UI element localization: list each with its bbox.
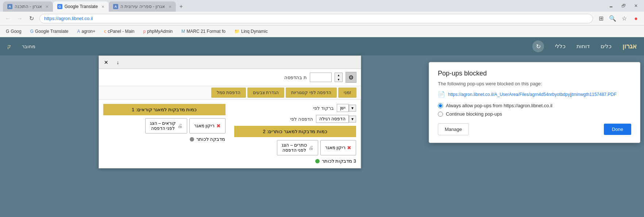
tab-label-3: אגרון - ספריה עירונית ה bbox=[120, 4, 165, 9]
gear-button[interactable]: ⚙ bbox=[346, 72, 356, 83]
nav-buttons: ← → ↻ bbox=[3, 13, 36, 24]
right-preview-button[interactable]: 🖨 קוראים – הצג לפני הדפסה bbox=[145, 118, 187, 133]
x-icon-right: ✖ bbox=[216, 123, 221, 129]
bookmark-label-6: MARC 21 Format fo bbox=[186, 29, 225, 34]
search-icon[interactable]: 🔍 bbox=[608, 13, 618, 24]
document-icon: 📄 bbox=[438, 91, 445, 98]
bookmark-cpanel[interactable]: c cPanel - Main bbox=[101, 28, 137, 35]
radio-block[interactable]: Continue blocking pop-ups bbox=[438, 111, 631, 117]
tab-agron-content[interactable]: A אגרון - התוכנה ✕ bbox=[3, 1, 53, 12]
tab-google-translate[interactable]: G Google Translate ✕ bbox=[53, 1, 109, 12]
back-button[interactable]: ← bbox=[3, 13, 13, 24]
bookmark-label-7: Linq Dynamic bbox=[241, 29, 268, 34]
right-preview-label: קוראים – הצג לפני הדפסה bbox=[150, 121, 176, 131]
bookmark-label-1: Goog bbox=[11, 29, 21, 34]
right-clear-label: ריקון מאגר bbox=[194, 123, 215, 128]
toolbar-icons: ⊞ 🔍 ☆ ● bbox=[596, 13, 641, 24]
tab-label-1: אגרון - התוכנה bbox=[15, 4, 42, 9]
popup-blocker-dialog: Pop-ups blocked The following pop-ups we… bbox=[429, 62, 640, 143]
done-button[interactable]: Done bbox=[604, 124, 631, 135]
radio-group: Always allow pop-ups from https://agron.… bbox=[438, 103, 631, 117]
tab-agron-library[interactable]: A אגרון - ספריה עירונית ה ✕ bbox=[109, 1, 176, 12]
left-panel: ▼ ישן ברקוד לפי ▼ הדפסה רגילה הדפסה לפי … bbox=[230, 100, 361, 168]
filter-select-1[interactable]: ▼ ישן bbox=[337, 104, 356, 112]
dialog-toolbar: ✕ ↓ bbox=[99, 56, 361, 69]
page-stepper[interactable]: ▲ ▼ bbox=[335, 73, 343, 82]
tab-close-2[interactable]: ✕ bbox=[101, 5, 104, 9]
new-tab-button[interactable]: + bbox=[176, 1, 186, 12]
dialog-close-button[interactable]: ✕ bbox=[102, 58, 111, 67]
bookmark-linq[interactable]: 📁 Linq Dynamic bbox=[231, 28, 271, 35]
radio-allow-label: Always allow pop-ups from https://agron.… bbox=[446, 103, 552, 108]
bookmark-favicon-3: A bbox=[77, 29, 80, 34]
bookmark-label-2: Google Translate bbox=[35, 29, 68, 34]
select-arrow-1[interactable]: ▼ bbox=[349, 105, 356, 112]
bookmark-label-4: cPanel - Main bbox=[108, 29, 134, 34]
bookmark-favicon-7: 📁 bbox=[234, 29, 240, 34]
bookmark-favicon-6: M bbox=[181, 29, 185, 34]
left-item-row: 3 מדבקות לכותר bbox=[234, 158, 356, 164]
radio-block-input[interactable] bbox=[438, 112, 443, 117]
tab-buttons-row: זמני הדפסה לפי קטגוריות הגדרת צבעים הדפס… bbox=[99, 86, 361, 100]
filter-label-1: ברקוד לפי bbox=[313, 105, 334, 111]
tab-btn-colors[interactable]: הגדרת צבעים bbox=[247, 88, 284, 98]
nav-item-reports[interactable]: דוחות bbox=[576, 43, 590, 50]
bookmark-phpmyadmin[interactable]: p phpMyAdmin bbox=[140, 28, 176, 35]
chrome-menu-icon[interactable]: ● bbox=[631, 13, 641, 24]
tab-favicon-2: G bbox=[57, 4, 62, 9]
right-item-row: מדבקה לכותר bbox=[103, 136, 225, 142]
tab-label-2: Google Translate bbox=[65, 4, 98, 9]
right-item-label: מדבקה לכותר bbox=[196, 136, 225, 142]
tab-close-1[interactable]: ✕ bbox=[46, 5, 49, 9]
print-dialog: ✕ ↓ ⚙ ▲ ▼ ת בהדפסה זמני הדפסה לפי קטגורי… bbox=[99, 55, 361, 168]
tab-btn-symbol[interactable]: הדפסת סמל bbox=[211, 88, 246, 98]
forward-button[interactable]: → bbox=[15, 13, 25, 24]
select-arrow-2[interactable]: ▼ bbox=[349, 116, 356, 123]
filter-select-2[interactable]: ▼ הדפסה רגילה bbox=[316, 115, 356, 123]
star-icon[interactable]: ☆ bbox=[619, 13, 629, 24]
left-clear-label: ריקון מאגר bbox=[325, 145, 346, 150]
breadcrumb-label: מחובר bbox=[22, 44, 35, 49]
close-button[interactable]: ✕ bbox=[631, 2, 641, 10]
popup-link-row: 📄 https://agron.libnet.co.il/A_UserArea/… bbox=[438, 91, 631, 98]
tab-btn-temp[interactable]: זמני bbox=[338, 88, 356, 98]
radio-block-label: Continue blocking pop-ups bbox=[446, 111, 502, 117]
refresh-icon[interactable]: ↻ bbox=[532, 40, 544, 52]
select-box-2[interactable]: הדפסה רגילה bbox=[316, 115, 349, 123]
minimize-button[interactable]: 🗕 bbox=[606, 2, 616, 10]
address-input[interactable] bbox=[39, 14, 593, 23]
bookmark-google-translate[interactable]: G Google Translate bbox=[27, 28, 72, 35]
bookmark-favicon-4: c bbox=[104, 29, 106, 34]
screen-icon[interactable]: ⊞ bbox=[596, 13, 606, 24]
left-action-row: ✖ ריקון מאגר 🖨 כותרים – הצג לפני הדפסה bbox=[234, 140, 356, 155]
left-count-box: כמות מדבקות למאגר כותרים: 2 bbox=[234, 126, 356, 137]
left-preview-label: כותרים – הצג לפני הדפסה bbox=[282, 143, 306, 153]
right-action-row: ✖ ריקון מאגר 🖨 קוראים – הצג לפני הדפסה bbox=[103, 118, 225, 133]
stepper-up[interactable]: ▲ bbox=[335, 73, 342, 77]
manage-button[interactable]: Manage bbox=[438, 123, 469, 135]
dialog-down-button[interactable]: ↓ bbox=[113, 58, 122, 67]
popup-title: Pop-ups blocked bbox=[438, 70, 631, 77]
page-box bbox=[310, 73, 332, 82]
bookmark-marc[interactable]: M MARC 21 Format fo bbox=[178, 28, 228, 35]
popup-blocked-link[interactable]: https://agron.libnet.co.il/A_UserArea/Fi… bbox=[448, 92, 617, 97]
left-preview-button[interactable]: 🖨 כותרים – הצג לפני הדפסה bbox=[277, 140, 318, 155]
radio-allow-input[interactable] bbox=[438, 103, 443, 108]
nav-item-general[interactable]: כללי bbox=[555, 43, 566, 50]
print-icon-right: 🖨 bbox=[177, 123, 182, 129]
right-clear-button[interactable]: ✖ ריקון מאגר bbox=[189, 118, 225, 133]
reload-button[interactable]: ↻ bbox=[26, 13, 36, 24]
tab-close-3[interactable]: ✕ bbox=[169, 5, 171, 9]
bookmark-goog[interactable]: G Goog bbox=[3, 28, 24, 35]
select-box-1[interactable]: ישן bbox=[337, 104, 349, 112]
green-dot-left bbox=[315, 159, 320, 163]
tab-btn-category[interactable]: הדפסה לפי קטגוריות bbox=[286, 88, 337, 98]
maximize-button[interactable]: 🗗 bbox=[618, 2, 629, 10]
filter-row-2: ▼ הדפסה רגילה הדפסה לפי bbox=[234, 115, 356, 123]
nav-item-tools[interactable]: כלים bbox=[601, 43, 612, 50]
radio-allow[interactable]: Always allow pop-ups from https://agron.… bbox=[438, 103, 631, 108]
left-clear-button[interactable]: ✖ ריקון מאגר bbox=[320, 140, 356, 155]
stepper-down[interactable]: ▼ bbox=[335, 77, 342, 82]
bookmark-agron[interactable]: A agron+ bbox=[74, 28, 98, 35]
content-area: ▼ ישן ברקוד לפי ▼ הדפסה רגילה הדפסה לפי … bbox=[99, 100, 361, 168]
